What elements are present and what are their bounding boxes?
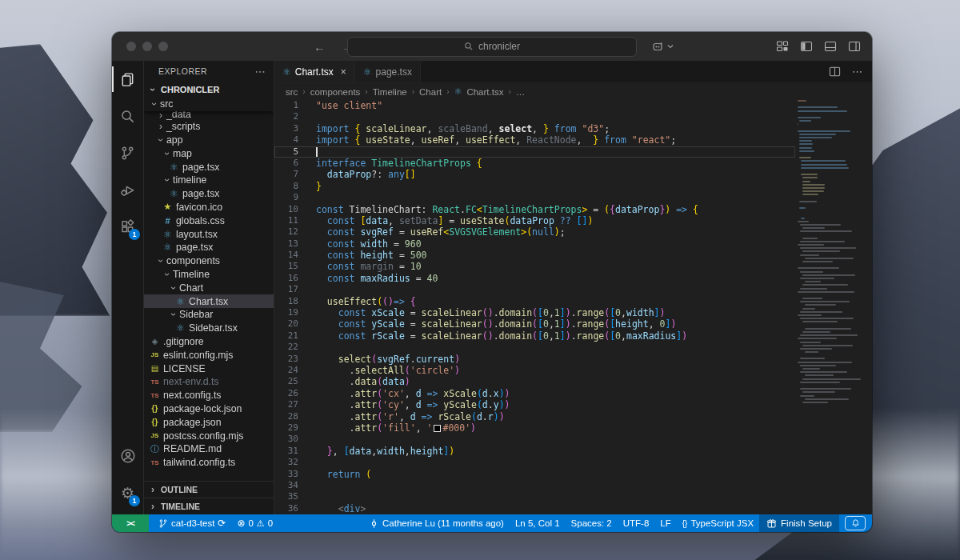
tree-folder-components[interactable]: ›components — [144, 254, 274, 268]
minimap[interactable] — [795, 100, 872, 514]
timeline-section-header[interactable]: › TIMELINE — [144, 498, 274, 514]
tree-file-LICENSE[interactable]: ▤LICENSE — [144, 362, 274, 375]
cursor-position-status-item[interactable]: Ln 5, Col 1 — [510, 514, 566, 532]
tree-file-package-lock.json[interactable]: {}package-lock.json — [144, 402, 274, 416]
tree-file-globals.css[interactable]: #globals.css — [144, 214, 274, 227]
line-content: const width = 960 — [298, 238, 422, 250]
tree-file-Chart.tsx[interactable]: ⚛Chart.tsx — [144, 294, 274, 308]
indentation-status-item[interactable]: Spaces: 2 — [566, 514, 618, 532]
breadcrumb-item[interactable]: … — [516, 87, 526, 97]
line-number: 32 — [274, 457, 298, 468]
title-bar: ← → chronicler — [112, 32, 872, 61]
activity-settings[interactable]: ⚙ 1 — [112, 474, 143, 511]
split-editor-icon[interactable] — [829, 66, 841, 78]
tree-folder-Timeline[interactable]: ›Timeline — [144, 268, 274, 282]
tree-item-label: next.config.ts — [163, 390, 221, 401]
line-number: 24 — [274, 365, 298, 376]
toggle-primary-sidebar-icon[interactable] — [800, 40, 813, 53]
tree-file-page.tsx[interactable]: ⚛page.tsx — [144, 187, 274, 201]
tab-label: Chart.tsx — [295, 66, 334, 78]
breadcrumb-item[interactable]: Timeline — [373, 87, 407, 97]
toggle-secondary-sidebar-icon[interactable] — [848, 40, 861, 53]
line-content: }, [data,width,height]) — [298, 446, 454, 457]
notifications-bell[interactable] — [845, 516, 866, 530]
command-center-search[interactable]: chronicler — [347, 37, 637, 57]
tree-file-postcss.config.mjs[interactable]: JSpostcss.config.mjs — [144, 429, 274, 442]
close-tab-icon[interactable]: × — [341, 66, 346, 78]
breadcrumb: src›components›Timeline›Chart›⚛Chart.tsx… — [274, 83, 872, 100]
remote-indicator[interactable]: >< — [112, 514, 149, 532]
copilot-menu[interactable] — [652, 41, 674, 52]
line-number: 34 — [274, 480, 298, 491]
tree-file-package.json[interactable]: {}package.json — [144, 415, 274, 429]
tree-file-Sidebar.tsx[interactable]: ⚛Sidebar.tsx — [144, 322, 274, 335]
finish-setup-button[interactable]: Finish Setup — [759, 514, 839, 532]
minimize-window-button[interactable] — [142, 42, 152, 51]
branch-status-item[interactable]: cat-d3-test ⟳ — [149, 514, 231, 532]
activity-accounts[interactable] — [112, 438, 143, 474]
tree-folder-app[interactable]: ›app — [144, 134, 274, 147]
tree-item-label: page.tsx — [182, 188, 220, 199]
chevron-right-icon: › — [155, 122, 166, 131]
tree-folder-_scripts[interactable]: ›_scripts — [144, 120, 274, 134]
line-number: 36 — [274, 503, 298, 514]
tree-file-page.tsx[interactable]: ⚛page.tsx — [144, 160, 274, 174]
git-blame-status-item[interactable]: Catherine Lu (11 months ago) — [363, 514, 510, 532]
line-number: 8 — [274, 181, 298, 192]
tree-folder-map[interactable]: ›map — [144, 146, 274, 160]
toggle-panel-icon[interactable] — [824, 40, 837, 53]
problems-status-item[interactable]: ⊗ 0 ⚠ 0 — [231, 514, 278, 532]
activity-extensions[interactable]: 1 — [112, 208, 143, 245]
chevron-icon: › — [148, 84, 158, 95]
code-line-28: 28 .attr('r', d => rScale(d.r)) — [274, 411, 795, 422]
close-window-button[interactable] — [126, 42, 136, 51]
code-line-25: 25 .data(data) — [274, 376, 795, 387]
navigate-back-icon[interactable]: ← — [314, 40, 326, 54]
tree-folder-Sidebar[interactable]: ›Sidebar — [144, 308, 274, 322]
line-number: 22 — [274, 342, 298, 353]
activity-source-control[interactable] — [112, 134, 143, 171]
chevron-down-icon: › — [162, 269, 172, 280]
breadcrumb-item[interactable]: components — [310, 87, 361, 97]
tree-file-README.md[interactable]: ⓘREADME.md — [144, 442, 274, 456]
tree-file-eslint.config.mjs[interactable]: JSeslint.config.mjs — [144, 348, 274, 362]
activity-explorer[interactable] — [112, 61, 143, 98]
tree-file-page.tsx[interactable]: ⚛page.tsx — [144, 241, 274, 254]
tree-folder-src[interactable]: ›src — [144, 98, 274, 111]
explorer-more-icon[interactable]: ⋯ — [255, 66, 266, 78]
line-content: const margin = 10 — [298, 261, 422, 272]
editor-more-actions-icon[interactable]: ⋯ — [852, 66, 862, 78]
activity-run-debug[interactable] — [112, 171, 143, 208]
code-line-12: 12 const svgRef = useRef<SVGSVGElement>(… — [274, 226, 795, 238]
breadcrumb-item[interactable]: Chart — [419, 87, 442, 97]
tree-file-favicon.ico[interactable]: ★favicon.ico — [144, 201, 274, 214]
breadcrumb-item[interactable]: src — [286, 87, 298, 97]
chevron-down-icon: › — [162, 174, 172, 186]
sync-icon: ⟳ — [218, 518, 226, 529]
tree-folder-Chart[interactable]: ›Chart — [144, 281, 274, 294]
tree-item-label: .gitignore — [163, 336, 204, 347]
tree-folder-_data[interactable]: ›_data — [144, 111, 274, 120]
line-number: 11 — [274, 215, 298, 226]
code-editor[interactable]: 1"use client"23import { scaleLinear, sca… — [274, 100, 872, 514]
encoding-status-item[interactable]: UTF-8 — [618, 514, 655, 532]
workspace-root-row[interactable]: › CHRONICLER — [144, 82, 274, 98]
tree-file-next.config.ts[interactable]: TSnext.config.ts — [144, 389, 274, 402]
tab-page.tsx[interactable]: ⚛page.tsx — [355, 61, 421, 82]
tree-file-tailwind.config.ts[interactable]: TStailwind.config.ts — [144, 456, 274, 470]
breadcrumb-item[interactable]: Chart.tsx — [466, 87, 503, 97]
language-mode-status-item[interactable]: {} TypeScript JSX — [677, 514, 759, 532]
tab-Chart.tsx[interactable]: ⚛Chart.tsx× — [274, 61, 355, 82]
customize-layout-icon[interactable] — [776, 40, 789, 53]
search-icon — [120, 109, 135, 124]
eol-status-item[interactable]: LF — [654, 514, 676, 532]
outline-section-header[interactable]: › OUTLINE — [144, 481, 274, 498]
tree-file-next-env.d.ts[interactable]: TSnext-env.d.ts — [144, 375, 274, 389]
activity-search[interactable] — [112, 98, 143, 134]
tree-folder-timeline[interactable]: ›timeline — [144, 174, 274, 187]
tree-file-.gitignore[interactable]: ◈.gitignore — [144, 335, 274, 349]
outline-label: OUTLINE — [161, 485, 198, 494]
tree-file-layout.tsx[interactable]: ⚛layout.tsx — [144, 227, 274, 241]
zoom-window-button[interactable] — [158, 42, 168, 51]
chevron-down-icon: › — [150, 98, 159, 110]
